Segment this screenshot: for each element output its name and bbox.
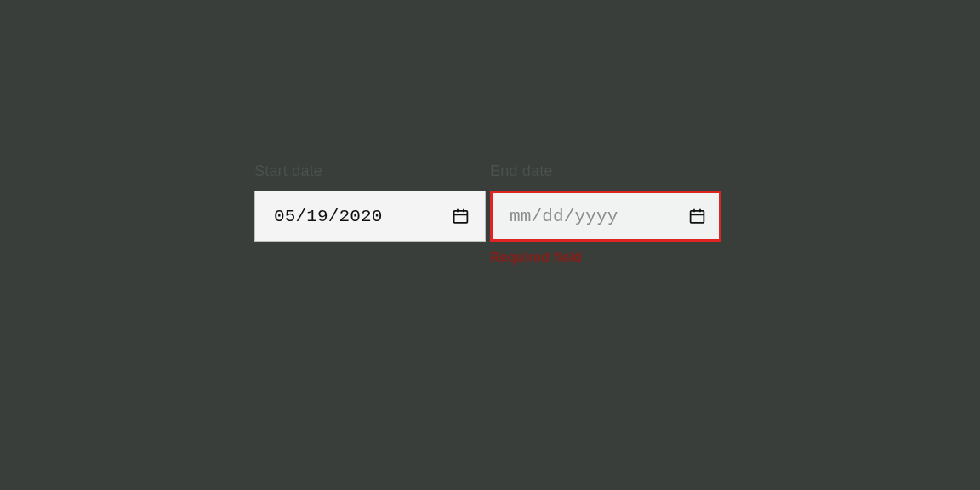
start-date-label: Start date bbox=[254, 162, 486, 180]
start-date-input[interactable]: 05/19/2020 bbox=[254, 191, 486, 242]
end-date-label: End date bbox=[490, 162, 721, 180]
start-date-field: Start date 05/19/2020 bbox=[254, 162, 486, 242]
end-date-input[interactable]: mm/dd/yyyy bbox=[490, 191, 721, 242]
end-date-error-message: Required field bbox=[490, 250, 721, 265]
end-date-placeholder: mm/dd/yyyy bbox=[510, 207, 618, 226]
end-date-field: End date mm/dd/yyyy Required field bbox=[490, 162, 721, 265]
svg-rect-0 bbox=[454, 211, 468, 223]
calendar-icon[interactable] bbox=[688, 208, 706, 225]
start-date-value: 05/19/2020 bbox=[274, 207, 383, 226]
calendar-icon[interactable] bbox=[452, 208, 470, 225]
svg-rect-4 bbox=[691, 211, 704, 223]
